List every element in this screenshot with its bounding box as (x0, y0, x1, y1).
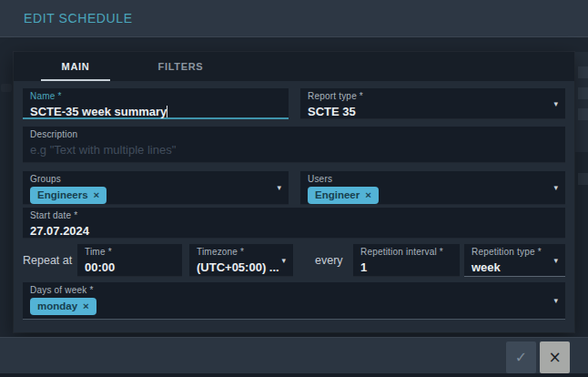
tab-main[interactable]: MAIN (41, 52, 110, 81)
users-field[interactable]: Users Engineer× ▾ (300, 171, 565, 205)
name-input[interactable]: SCTE-35 week summary (30, 105, 281, 118)
timezone-value: (UTC+05:00) ... (197, 260, 275, 274)
chevron-down-icon[interactable]: ▾ (553, 297, 558, 305)
groups-label: Groups (30, 174, 281, 185)
description-input[interactable]: e.g "Text with multiple lines" (30, 143, 558, 157)
background-page-bleed (1, 84, 12, 92)
description-label: Description (30, 129, 558, 140)
every-label: every (315, 244, 343, 277)
tab-filters[interactable]: FILTERS (139, 52, 221, 79)
repetition-type-value: week (471, 260, 558, 274)
name-value: SCTE-35 week summary (30, 105, 167, 118)
user-chip: Engineer× (308, 187, 379, 204)
repetition-interval-value: 1 (360, 260, 452, 274)
dialog-card: MAIN FILTERS Name * SCTE-35 week summary… (14, 52, 574, 332)
dialog-footer: ✓ × (0, 337, 588, 373)
name-label: Name * (30, 91, 281, 102)
group-chip-label: Engineers (37, 189, 88, 200)
chevron-down-icon[interactable]: ▾ (281, 257, 286, 265)
timezone-field[interactable]: Timezone * (UTC+05:00) ... ▾ (189, 244, 293, 277)
name-field[interactable]: Name * SCTE-35 week summary (23, 88, 289, 119)
chevron-down-icon[interactable]: ▾ (553, 100, 558, 108)
users-label: Users (308, 174, 558, 185)
background-page-bleed (578, 173, 588, 185)
report-type-label: Report type * (308, 91, 558, 102)
day-chip: monday× (30, 298, 96, 315)
chip-remove-icon[interactable]: × (365, 189, 371, 200)
close-button[interactable]: × (540, 341, 570, 373)
repetition-type-label: Repetition type * (471, 247, 558, 258)
confirm-button[interactable]: ✓ (506, 341, 536, 373)
time-value: 00:00 (85, 260, 175, 274)
day-chip-label: monday (37, 301, 77, 311)
group-chip: Engineers× (30, 187, 106, 204)
background-page-bleed (578, 108, 588, 120)
dialog-header: EDIT SCHEDULE (0, 0, 588, 37)
timezone-label: Timezone * (197, 247, 275, 258)
time-field[interactable]: Time * 00:00 (77, 244, 182, 277)
tab-bar: MAIN FILTERS (14, 52, 574, 81)
start-date-label: Start date * (30, 210, 558, 221)
chevron-down-icon[interactable]: ▾ (553, 257, 558, 265)
dialog-title: EDIT SCHEDULE (24, 11, 133, 25)
close-icon: × (548, 348, 561, 366)
check-icon: ✓ (515, 349, 527, 366)
chip-remove-icon[interactable]: × (83, 301, 89, 311)
start-date-field[interactable]: Start date * 27.07.2024 (23, 208, 565, 239)
edit-schedule-modal: EDIT SCHEDULE MAIN FILTERS Name * SCTE-3… (0, 0, 588, 377)
start-date-value: 27.07.2024 (30, 224, 558, 238)
groups-field[interactable]: Groups Engineers× ▾ (23, 171, 289, 205)
report-type-value: SCTE 35 (308, 105, 558, 118)
time-label: Time * (85, 247, 175, 258)
repetition-interval-label: Repetition interval * (360, 247, 452, 258)
bottom-edge (0, 373, 588, 377)
repeat-at-label: Repeat at (23, 244, 72, 277)
chip-remove-icon[interactable]: × (94, 189, 100, 200)
text-cursor (167, 106, 167, 117)
days-of-week-field[interactable]: Days of week * monday× ▾ (23, 282, 565, 320)
report-type-field[interactable]: Report type * SCTE 35 ▾ (300, 88, 565, 119)
user-chip-label: Engineer (315, 189, 360, 200)
chevron-down-icon[interactable]: ▾ (553, 184, 558, 192)
repetition-interval-field[interactable]: Repetition interval * 1 (353, 244, 460, 277)
description-field[interactable]: Description e.g "Text with multiple line… (23, 127, 565, 163)
background-page-bleed (578, 66, 588, 78)
chevron-down-icon[interactable]: ▾ (277, 184, 281, 192)
repetition-type-field[interactable]: Repetition type * week ▾ (464, 244, 565, 277)
background-page-bleed (578, 87, 588, 99)
days-of-week-label: Days of week * (30, 285, 558, 296)
